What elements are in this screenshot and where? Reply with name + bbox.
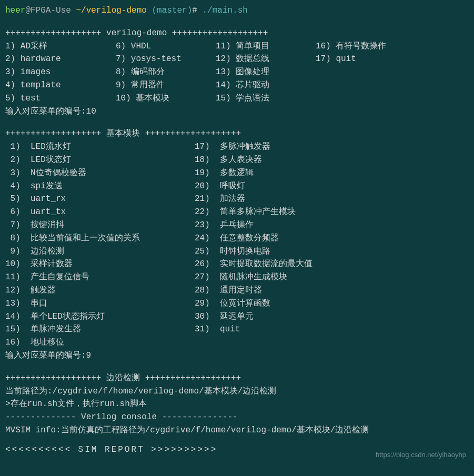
- menu-item[interactable]: 15) 单脉冲发生器: [5, 323, 195, 336]
- output-line: 当前路径为:/cygdrive/f/home/verilog-demo/基本模块…: [5, 385, 469, 398]
- menu-item[interactable]: 13) 串口: [5, 297, 195, 310]
- menu-item[interactable]: 1) LED流水灯: [5, 140, 195, 154]
- menu-item[interactable]: 8) 编码部分: [116, 66, 216, 79]
- menu-item[interactable]: 22) 简单多脉冲产生模块: [195, 206, 469, 219]
- prompt-user: heer: [5, 6, 25, 15]
- menu-item[interactable]: 23) 乒乓操作: [195, 219, 469, 232]
- menu-item[interactable]: 24) 任意整数分频器: [195, 232, 469, 245]
- menu-item[interactable]: 31) quit: [195, 323, 469, 336]
- menu-item[interactable]: 17) quit: [316, 53, 469, 66]
- menu2-input-label: 输入对应菜单的编号:: [5, 351, 86, 360]
- menu-item[interactable]: 29) 位宽计算函数: [195, 297, 469, 310]
- menu-item: [316, 92, 469, 105]
- menu-item[interactable]: 20) 呼吸灯: [195, 180, 469, 193]
- menu-item[interactable]: 6) VHDL: [116, 40, 216, 53]
- menu-item[interactable]: 19) 多数逻辑: [195, 167, 469, 180]
- menu-item[interactable]: 17) 多脉冲触发器: [195, 140, 469, 154]
- menu-item[interactable]: 5) test: [5, 92, 116, 105]
- menu-item[interactable]: 14) 芯片驱动: [216, 79, 316, 92]
- menu-item[interactable]: 25) 时钟切换电路: [195, 245, 469, 258]
- menu-item[interactable]: 8) 比较当前值和上一次值的关系: [5, 232, 195, 245]
- menu-item[interactable]: 28) 通用定时器: [195, 284, 469, 297]
- watermark: https://blog.csdn.net/yihaoyhp: [376, 450, 466, 460]
- menu-item[interactable]: 4) spi发送: [5, 180, 195, 193]
- output-line: MVSIM info:当前仿真的工程路径为/cygdrive/f/home/ve…: [5, 424, 469, 437]
- menu-item[interactable]: 30) 延迟单元: [195, 310, 469, 323]
- menu-item[interactable]: 18) 多人表决器: [195, 154, 469, 167]
- menu-item[interactable]: 11) 产生自复位信号: [5, 271, 195, 284]
- menu-item[interactable]: 7) yosys-test: [116, 53, 216, 66]
- menu-item[interactable]: 2) hardware: [5, 53, 116, 66]
- menu-item[interactable]: 26) 实时提取数据流的最大值: [195, 258, 469, 271]
- menu-item[interactable]: 10) 基本模块: [116, 92, 216, 105]
- menu-item[interactable]: 15) 学点语法: [216, 92, 316, 105]
- menu-item[interactable]: 9) 常用器件: [116, 79, 216, 92]
- menu-item[interactable]: 11) 简单项目: [216, 40, 316, 53]
- menu1-input-value: 10: [86, 107, 96, 116]
- prompt-path: ~/verilog-demo: [76, 6, 146, 15]
- prompt-branch: (master): [152, 6, 192, 15]
- menu-item[interactable]: 14) 单个LED状态指示灯: [5, 310, 195, 323]
- section3-header: +++++++++++++++++++ 边沿检测 +++++++++++++++…: [5, 372, 469, 385]
- prompt-at: @: [25, 6, 31, 15]
- menu1-input[interactable]: 输入对应菜单的编号:10: [5, 105, 469, 118]
- menu-item[interactable]: 16) 地址移位: [5, 336, 195, 349]
- shell-prompt: heer@FPGA-Use ~/verilog-demo (master)# .…: [5, 4, 469, 17]
- prompt-command[interactable]: ./main.sh: [203, 6, 248, 15]
- menu2-grid: 1) LED流水灯17) 多脉冲触发器 2) LED状态灯18) 多人表决器 3…: [5, 140, 469, 349]
- menu-item[interactable]: 10) 采样计数器: [5, 258, 195, 271]
- menu-item[interactable]: 3) N位奇偶校验器: [5, 167, 195, 180]
- prompt-host: FPGA-Use: [31, 6, 71, 15]
- menu-item[interactable]: 27) 随机脉冲生成模块: [195, 271, 469, 284]
- menu-item[interactable]: 2) LED状态灯: [5, 154, 195, 167]
- menu2-input[interactable]: 输入对应菜单的编号:9: [5, 349, 469, 362]
- prompt-symbol: #: [192, 6, 197, 15]
- menu-item: [195, 336, 469, 349]
- menu-item[interactable]: 7) 按键消抖: [5, 219, 195, 232]
- section1-header: +++++++++++++++++++ verilog-demo +++++++…: [5, 27, 469, 40]
- menu-item[interactable]: 4) template: [5, 79, 116, 92]
- menu-item[interactable]: 9) 边沿检测: [5, 245, 195, 258]
- menu-item[interactable]: 13) 图像处理: [216, 66, 316, 79]
- menu1-grid: 1) AD采样6) VHDL11) 简单项目16) 有符号数操作2) hardw…: [5, 40, 469, 105]
- menu-item[interactable]: 1) AD采样: [5, 40, 116, 53]
- menu-item: [316, 79, 469, 92]
- menu-item[interactable]: 21) 加法器: [195, 193, 469, 206]
- menu-item[interactable]: 5) uart_rx: [5, 193, 195, 206]
- output-line: >存在run.sh文件，执行run.sh脚本: [5, 398, 469, 411]
- menu-item[interactable]: 3) images: [5, 66, 116, 79]
- menu-item[interactable]: 6) uart_tx: [5, 206, 195, 219]
- section2-header: +++++++++++++++++++ 基本模块 +++++++++++++++…: [5, 127, 469, 140]
- menu-item[interactable]: 12) 触发器: [5, 284, 195, 297]
- menu-item[interactable]: 16) 有符号数操作: [316, 40, 469, 53]
- menu2-input-value: 9: [86, 351, 92, 360]
- menu-item: [316, 66, 469, 79]
- output-line: -------------- Verilog console ---------…: [5, 411, 469, 424]
- menu1-input-label: 输入对应菜单的编号:: [5, 107, 86, 116]
- menu-item[interactable]: 12) 数据总线: [216, 53, 316, 66]
